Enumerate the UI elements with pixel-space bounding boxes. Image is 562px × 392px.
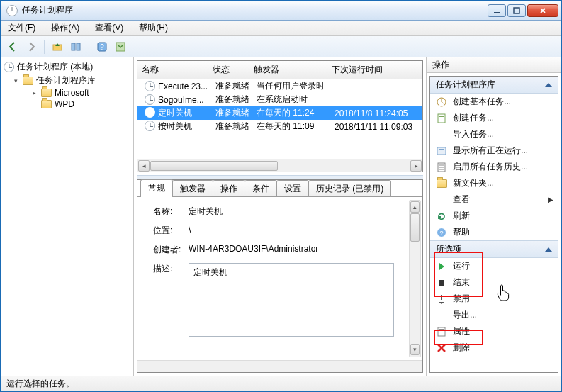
action-label: 结束 xyxy=(453,276,470,289)
expander-icon[interactable]: ▾ xyxy=(12,77,20,84)
details-body: 名称:定时关机 位置:\ 创建者:WIN-4AR3DOAU3IF\Adminis… xyxy=(137,197,422,360)
tab-general[interactable]: 常规 xyxy=(140,179,173,197)
actions-panel-title: 操作 xyxy=(427,57,561,73)
menu-action[interactable]: 操作(A) xyxy=(48,21,82,35)
col-status[interactable]: 状态 xyxy=(208,61,249,79)
action-label: 查看 xyxy=(453,194,470,206)
main-content: 任务计划程序 (本地) ▾ 任务计划程序库 ▸ Microsoft ▸ WPD xyxy=(1,57,561,376)
close-button[interactable] xyxy=(527,4,558,17)
up-folder-button[interactable] xyxy=(50,39,65,55)
action-run[interactable]: 运行 xyxy=(430,258,558,274)
tree-root[interactable]: 任务计划程序 (本地) xyxy=(2,60,132,74)
label-author: 创建者: xyxy=(153,244,189,256)
view-panels-button[interactable] xyxy=(68,39,84,55)
action-label: 禁用 xyxy=(453,293,470,305)
tree-wpd[interactable]: ▸ WPD xyxy=(2,99,132,110)
clock-icon xyxy=(4,62,14,72)
clock-icon xyxy=(145,94,155,105)
action-enable-history[interactable]: 启用所有任务历史... xyxy=(430,159,558,175)
action-view[interactable]: 查看 ▶ xyxy=(430,191,558,208)
vertical-scrollbar[interactable]: ▴ ▾ xyxy=(409,200,421,357)
status-text: 运行选择的任务。 xyxy=(6,378,74,390)
task-list: 名称 状态 触发器 下次运行时间 Execute 23... 准备就绪 当任何用… xyxy=(137,60,423,172)
menu-view[interactable]: 查看(V) xyxy=(92,21,126,35)
tree-microsoft[interactable]: ▸ Microsoft xyxy=(2,87,132,99)
action-export[interactable]: 导出... xyxy=(430,307,558,323)
table-row-selected[interactable]: 定时关机 准备就绪 在每天的 11:24 2018/11/8 11:24:05 xyxy=(137,106,422,120)
svg-rect-11 xyxy=(437,147,446,155)
horizontal-scrollbar[interactable] xyxy=(137,360,422,372)
action-show-running[interactable]: 显示所有正在运行... xyxy=(430,142,558,159)
action-label: 导出... xyxy=(453,309,477,321)
cell-status: 准备就绪 xyxy=(211,121,252,133)
svg-rect-18 xyxy=(439,329,444,330)
nav-forward-button[interactable] xyxy=(23,39,39,55)
col-name[interactable]: 名称 xyxy=(137,61,208,79)
cell-status: 准备就绪 xyxy=(211,80,252,92)
maximize-button[interactable] xyxy=(507,4,526,17)
action-help[interactable]: ? 帮助 xyxy=(430,224,558,240)
col-nextrun[interactable]: 下次运行时间 xyxy=(327,61,422,79)
title-bar: 任务计划程序 xyxy=(1,1,561,21)
tree-root-label: 任务计划程序 (本地) xyxy=(17,61,93,73)
svg-text:?: ? xyxy=(100,43,104,51)
nav-back-button[interactable] xyxy=(5,39,21,55)
expander-icon[interactable]: ▸ xyxy=(30,89,38,97)
description-box[interactable]: 定时关机 xyxy=(189,263,394,337)
action-properties[interactable]: 属性 xyxy=(430,323,558,340)
scroll-down-button[interactable]: ▾ xyxy=(410,344,420,355)
stop-icon xyxy=(436,277,447,289)
svg-rect-17 xyxy=(438,327,445,336)
refresh-button[interactable] xyxy=(113,39,128,55)
tab-history[interactable]: 历史记录 (已禁用) xyxy=(308,180,391,197)
scroll-thumb[interactable] xyxy=(410,213,420,242)
play-icon xyxy=(436,261,447,272)
minimize-button[interactable] xyxy=(488,4,506,17)
menu-bar: 文件(F) 操作(A) 查看(V) 帮助(H) xyxy=(1,21,561,36)
properties-icon xyxy=(436,326,447,337)
svg-rect-3 xyxy=(72,43,75,50)
help-button[interactable]: ? xyxy=(94,39,110,55)
menu-file[interactable]: 文件(F) xyxy=(5,21,38,35)
scroll-thumb[interactable] xyxy=(150,161,278,171)
tree-panel: 任务计划程序 (本地) ▾ 任务计划程序库 ▸ Microsoft ▸ WPD xyxy=(1,57,134,376)
cell-trigger: 当任何用户登录时 xyxy=(252,80,330,92)
scroll-right-button[interactable]: ▸ xyxy=(410,160,422,172)
center-panel: 名称 状态 触发器 下次运行时间 Execute 23... 准备就绪 当任何用… xyxy=(134,57,427,376)
tab-triggers[interactable]: 触发器 xyxy=(172,180,213,197)
action-disable[interactable]: 禁用 xyxy=(430,291,558,307)
section-library[interactable]: 任务计划程序库 xyxy=(430,77,558,94)
folder-icon xyxy=(41,89,52,97)
detail-tabs: 常规 触发器 操作 条件 设置 历史记录 (已禁用) xyxy=(137,180,422,197)
tab-settings[interactable]: 设置 xyxy=(276,180,309,197)
table-row[interactable]: SogouIme... 准备就绪 在系统启动时 xyxy=(137,93,422,106)
action-import-task[interactable]: 导入任务... xyxy=(430,126,558,142)
table-row[interactable]: Execute 23... 准备就绪 当任何用户登录时 xyxy=(137,79,422,93)
clock-icon xyxy=(145,121,155,131)
action-end[interactable]: 结束 xyxy=(430,274,558,291)
scroll-left-button[interactable]: ◂ xyxy=(138,160,150,172)
section-selected[interactable]: 所选项 xyxy=(430,240,558,258)
label-description: 描述: xyxy=(153,263,189,275)
grid-header: 名称 状态 触发器 下次运行时间 xyxy=(137,61,422,79)
help-icon: ? xyxy=(436,227,447,238)
table-row[interactable]: 按时关机 准备就绪 在每天的 11:09 2018/11/11 11:09:03 xyxy=(137,120,422,133)
scroll-up-button[interactable]: ▴ xyxy=(410,201,420,213)
action-new-folder[interactable]: 新文件夹... xyxy=(430,175,558,191)
action-label: 启用所有任务历史... xyxy=(453,161,528,173)
action-create-basic-task[interactable]: 创建基本任务... xyxy=(430,94,558,110)
tab-actions[interactable]: 操作 xyxy=(213,180,245,197)
tab-conditions[interactable]: 条件 xyxy=(245,180,277,197)
tree-library[interactable]: ▾ 任务计划程序库 xyxy=(2,74,132,87)
action-create-task[interactable]: 创建任务... xyxy=(430,110,558,126)
delete-icon xyxy=(436,342,447,354)
action-delete[interactable]: 删除 xyxy=(430,340,558,356)
horizontal-scrollbar[interactable]: ◂ ▸ xyxy=(137,159,422,172)
action-refresh[interactable]: 刷新 xyxy=(430,208,558,224)
menu-help[interactable]: 帮助(H) xyxy=(136,21,171,35)
toolbar-separator xyxy=(44,40,45,54)
cell-name: 定时关机 xyxy=(158,108,192,118)
col-trigger[interactable]: 触发器 xyxy=(249,61,327,79)
cell-trigger: 在每天的 11:09 xyxy=(252,121,330,133)
submenu-arrow-icon: ▶ xyxy=(548,196,553,203)
